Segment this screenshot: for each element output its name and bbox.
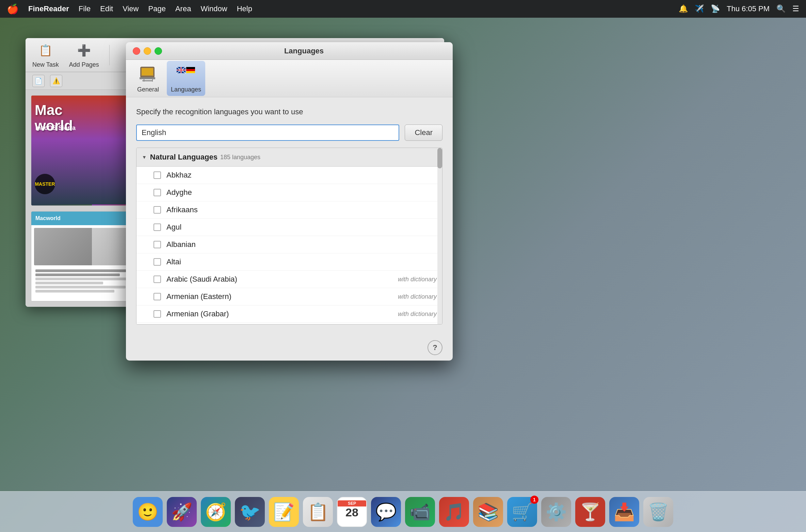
languages-dialog: Languages General	[126, 42, 453, 361]
svg-rect-15	[186, 71, 195, 73]
lang-tag-armenian-g: with dictionary	[398, 311, 437, 318]
notification-icon[interactable]: 🔔	[679, 4, 688, 13]
modal-toolbar: General	[126, 60, 453, 97]
lang-checkbox-arabic-sa[interactable]	[154, 276, 161, 283]
lang-item-altai[interactable]: Altai	[136, 253, 442, 271]
lang-name-agul: Agul	[166, 223, 437, 232]
lang-name-albanian: Albanian	[166, 240, 437, 249]
traffic-lights	[133, 47, 162, 55]
svg-rect-5	[142, 80, 152, 81]
app-name-menu[interactable]: FineReader	[28, 4, 69, 13]
svg-rect-1	[142, 68, 153, 76]
svg-rect-13	[186, 67, 195, 69]
maximize-button[interactable]	[155, 47, 162, 55]
selected-language-text: English	[142, 128, 166, 137]
modal-body: Specify the recognition languages you wa…	[126, 97, 453, 335]
edit-menu[interactable]: Edit	[100, 4, 113, 13]
language-list[interactable]: ▼ Natural Languages 185 languages Abkhaz…	[136, 148, 442, 325]
svg-rect-14	[186, 69, 195, 71]
language-input[interactable]: English	[136, 124, 399, 141]
lang-item-afrikaans[interactable]: Afrikaans	[136, 201, 442, 219]
lang-name-armenian-e: Armenian (Eastern)	[166, 292, 398, 301]
scroll-track	[437, 148, 442, 324]
apple-menu-icon[interactable]: 🍎	[7, 3, 19, 15]
menubar-time: Thu 6:05 PM	[727, 4, 770, 13]
languages-icon	[174, 64, 198, 84]
group-arrow-icon: ▼	[142, 154, 147, 160]
close-button[interactable]	[133, 47, 140, 55]
lang-item-agul[interactable]: Agul	[136, 219, 442, 236]
lang-item-abkhaz[interactable]: Abkhaz	[136, 167, 442, 184]
lang-checkbox-adyghe[interactable]	[154, 189, 161, 196]
general-icon	[136, 64, 160, 84]
svg-rect-2	[140, 77, 155, 79]
lang-name-altai: Altai	[166, 257, 437, 266]
lang-item-albanian[interactable]: Albanian	[136, 236, 442, 253]
group-name: Natural Languages	[150, 153, 217, 162]
lang-checkbox-agul[interactable]	[154, 223, 161, 231]
lang-name-arabic-sa: Arabic (Saudi Arabia)	[166, 275, 398, 284]
help-button[interactable]: ?	[428, 340, 442, 355]
lang-name-armenian-g: Armenian (Grabar)	[166, 310, 398, 318]
lang-name-afrikaans: Afrikaans	[166, 205, 437, 214]
scroll-thumb[interactable]	[437, 148, 442, 168]
lang-checkbox-afrikaans[interactable]	[154, 206, 161, 214]
languages-tab[interactable]: Languages	[167, 61, 205, 96]
lang-checkbox-armenian-g[interactable]	[154, 310, 161, 318]
lang-item-armenian-w[interactable]: Armenian (Western) with dictionary	[136, 323, 442, 325]
lang-checkbox-armenian-e[interactable]	[154, 293, 161, 300]
language-input-row: English Clear	[136, 124, 442, 141]
lang-checkbox-altai[interactable]	[154, 258, 161, 266]
modal-title: Languages	[162, 47, 446, 55]
menubar: 🍎 FineReader File Edit View Page Area Wi…	[0, 0, 806, 18]
clear-button[interactable]: Clear	[405, 124, 442, 141]
svg-rect-12	[177, 70, 186, 70]
modal-titlebar: Languages	[126, 42, 453, 60]
group-count: 185 languages	[220, 154, 260, 161]
help-menu[interactable]: Help	[237, 4, 252, 13]
lang-item-adyghe[interactable]: Adyghe	[136, 184, 442, 201]
lang-name-adyghe: Adyghe	[166, 188, 437, 197]
lang-checkbox-albanian[interactable]	[154, 241, 161, 248]
general-label: General	[137, 86, 159, 93]
general-tab[interactable]: General	[136, 64, 160, 93]
lang-item-arabic-sa[interactable]: Arabic (Saudi Arabia) with dictionary	[136, 271, 442, 288]
lang-tag-arabic-sa: with dictionary	[398, 276, 437, 283]
desktop: 📋 New Task ➕ Add Pages 🎨 Image Editor ℹ️…	[0, 18, 806, 532]
modal-overlay: Languages General	[0, 35, 806, 532]
menubar-search-icon[interactable]: 🔍	[776, 4, 786, 13]
file-menu[interactable]: File	[79, 4, 91, 13]
lang-name-abkhaz: Abkhaz	[166, 171, 437, 180]
modal-footer: ?	[126, 335, 453, 361]
modal-description: Specify the recognition languages you wa…	[136, 107, 442, 116]
area-menu[interactable]: Area	[175, 4, 191, 13]
minimize-button[interactable]	[144, 47, 151, 55]
lang-tag-armenian-e: with dictionary	[398, 293, 437, 300]
lang-item-armenian-e[interactable]: Armenian (Eastern) with dictionary	[136, 288, 442, 305]
page-menu[interactable]: Page	[148, 4, 166, 13]
languages-label: Languages	[171, 86, 201, 93]
menubar-list-icon[interactable]: ☰	[792, 4, 799, 13]
lang-item-armenian-g[interactable]: Armenian (Grabar) with dictionary	[136, 305, 442, 323]
lang-checkbox-abkhaz[interactable]	[154, 171, 161, 179]
natural-languages-group[interactable]: ▼ Natural Languages 185 languages	[136, 148, 442, 167]
airdrop-icon[interactable]: ✈️	[695, 4, 704, 13]
radar-icon[interactable]: 📡	[711, 4, 720, 13]
view-menu[interactable]: View	[123, 4, 139, 13]
window-menu[interactable]: Window	[200, 4, 227, 13]
